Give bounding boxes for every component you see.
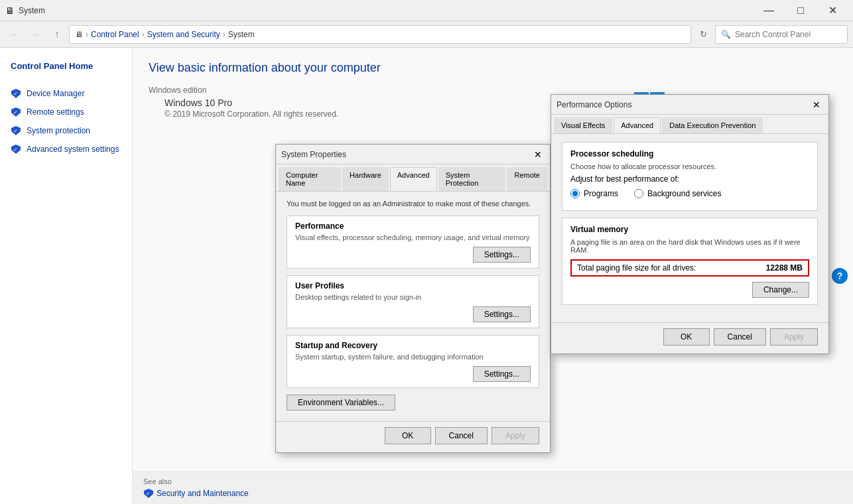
main-layout: Control Panel Home ✓ Device Manager ✓ Re… bbox=[0, 48, 853, 504]
user-profiles-settings-button[interactable]: Settings... bbox=[473, 306, 531, 322]
svg-text:✓: ✓ bbox=[13, 91, 18, 97]
admin-note: You must be logged on as an Administrato… bbox=[287, 200, 539, 208]
radio-background-services[interactable]: Background services bbox=[634, 189, 721, 198]
tab-advanced[interactable]: Advanced bbox=[390, 167, 437, 191]
perf-ok-button[interactable]: OK bbox=[663, 328, 710, 346]
sidebar-item-remote-settings[interactable]: ✓ Remote settings bbox=[0, 103, 132, 121]
radio-programs[interactable]: Programs bbox=[570, 189, 618, 198]
search-icon: 🔍 bbox=[721, 30, 731, 39]
system-icon: 🖥 bbox=[5, 5, 15, 16]
svg-text:✓: ✓ bbox=[13, 128, 18, 134]
radio-bg-services-input[interactable] bbox=[634, 189, 643, 198]
processor-scheduling-desc: Choose how to allocate processor resourc… bbox=[570, 162, 809, 170]
svg-text:✓: ✓ bbox=[13, 147, 18, 153]
perf-tab-bar: Visual Effects Advanced Data Execution P… bbox=[551, 115, 828, 134]
perf-close-button[interactable]: ✕ bbox=[810, 98, 823, 111]
user-profiles-title: User Profiles bbox=[295, 281, 531, 290]
paging-value: 12288 MB bbox=[766, 263, 803, 273]
refresh-button[interactable]: ↻ bbox=[694, 25, 712, 44]
perf-title-bar: Performance Options ✕ bbox=[551, 95, 828, 115]
radio-bg-services-label: Background services bbox=[647, 189, 721, 198]
back-button[interactable]: ← bbox=[5, 25, 24, 44]
address-bar: ← → ↑ 🖥 › Control Panel › System and Sec… bbox=[0, 21, 853, 48]
adjust-label: Adjust for best performance of: bbox=[570, 174, 809, 184]
breadcrumb-system-security[interactable]: System and Security bbox=[147, 30, 220, 39]
startup-recovery-section: Startup and Recovery System startup, sys… bbox=[287, 335, 539, 388]
sidebar-label-remote-settings: Remote settings bbox=[27, 107, 84, 117]
search-box[interactable]: 🔍 bbox=[715, 25, 848, 44]
sys-prop-tab-bar: Computer Name Hardware Advanced System P… bbox=[276, 164, 550, 192]
sys-prop-button-bar: OK Cancel Apply bbox=[276, 421, 550, 452]
paging-label: Total paging file size for all drives: bbox=[577, 263, 766, 273]
processor-scheduling-section: Processor scheduling Choose how to alloc… bbox=[562, 142, 818, 211]
content-area: View basic information about your comput… bbox=[133, 48, 853, 504]
change-paging-button[interactable]: Change... bbox=[752, 282, 809, 298]
performance-settings-button[interactable]: Settings... bbox=[473, 247, 531, 263]
virtual-memory-desc: A paging file is an area on the hard dis… bbox=[570, 238, 809, 254]
close-button[interactable]: ✕ bbox=[817, 0, 848, 21]
perf-apply-button[interactable]: Apply bbox=[770, 328, 818, 346]
tab-advanced-perf[interactable]: Advanced bbox=[614, 117, 661, 133]
sidebar: Control Panel Home ✓ Device Manager ✓ Re… bbox=[0, 48, 133, 504]
tab-visual-effects[interactable]: Visual Effects bbox=[554, 117, 612, 133]
sys-prop-cancel-button[interactable]: Cancel bbox=[435, 427, 488, 444]
tab-system-protection[interactable]: System Protection bbox=[438, 167, 506, 191]
forward-button[interactable]: → bbox=[27, 25, 45, 44]
startup-recovery-settings-button[interactable]: Settings... bbox=[473, 366, 531, 382]
search-input[interactable] bbox=[735, 30, 842, 39]
svg-text:✓: ✓ bbox=[146, 491, 151, 497]
perf-cancel-button[interactable]: Cancel bbox=[714, 328, 766, 346]
environment-variables-button[interactable]: Environment Variables... bbox=[287, 395, 395, 410]
svg-text:✓: ✓ bbox=[13, 109, 18, 115]
perf-dialog-title: Performance Options bbox=[557, 100, 810, 109]
system-properties-dialog: System Properties ✕ Computer Name Hardwa… bbox=[275, 144, 551, 453]
see-also-label: See also bbox=[143, 477, 842, 485]
startup-recovery-desc: System startup, system failure, and debu… bbox=[295, 353, 531, 361]
perf-button-bar: OK Cancel Apply bbox=[551, 322, 828, 353]
performance-options-dialog: Performance Options ✕ Visual Effects Adv… bbox=[551, 94, 829, 354]
shield-icon-advanced: ✓ bbox=[11, 144, 21, 155]
virtual-memory-title: Virtual memory bbox=[570, 225, 809, 234]
sys-prop-title: System Properties bbox=[281, 150, 531, 159]
paging-file-size-box: Total paging file size for all drives: 1… bbox=[570, 259, 809, 277]
performance-section: Performance Visual effects, processor sc… bbox=[287, 216, 539, 269]
radio-programs-label: Programs bbox=[584, 189, 618, 198]
shield-icon-protection: ✓ bbox=[11, 125, 21, 136]
shield-security-icon: ✓ bbox=[143, 488, 154, 499]
processor-scheduling-title: Processor scheduling bbox=[570, 149, 809, 158]
sidebar-item-advanced-settings[interactable]: ✓ Advanced system settings bbox=[0, 140, 132, 158]
startup-recovery-title: Startup and Recovery bbox=[295, 341, 531, 350]
maximize-button[interactable]: □ bbox=[785, 0, 816, 21]
shield-icon-device: ✓ bbox=[11, 88, 21, 99]
sys-prop-title-bar: System Properties ✕ bbox=[276, 145, 550, 164]
radio-programs-input[interactable] bbox=[570, 189, 580, 198]
tab-hardware[interactable]: Hardware bbox=[342, 167, 389, 191]
tab-remote[interactable]: Remote bbox=[507, 167, 547, 191]
security-maintenance-text: Security and Maintenance bbox=[157, 489, 249, 498]
window-title: System bbox=[19, 6, 754, 15]
sidebar-item-system-protection[interactable]: ✓ System protection bbox=[0, 121, 132, 140]
breadcrumb-control-panel[interactable]: Control Panel bbox=[91, 30, 139, 39]
sys-prop-close-button[interactable]: ✕ bbox=[531, 148, 545, 161]
sys-prop-apply-button[interactable]: Apply bbox=[492, 427, 539, 444]
help-button[interactable]: ? bbox=[832, 268, 848, 284]
user-profiles-section: User Profiles Desktop settings related t… bbox=[287, 275, 539, 328]
bottom-bar: See also ✓ Security and Maintenance bbox=[133, 472, 853, 504]
address-path[interactable]: 🖥 › Control Panel › System and Security … bbox=[69, 25, 691, 44]
breadcrumb-icon: 🖥 bbox=[75, 30, 83, 39]
performance-title: Performance bbox=[295, 221, 531, 231]
up-button[interactable]: ↑ bbox=[48, 25, 66, 44]
security-maintenance-link[interactable]: ✓ Security and Maintenance bbox=[143, 488, 842, 499]
title-bar: 🖥 System — □ ✕ bbox=[0, 0, 853, 21]
minimize-button[interactable]: — bbox=[754, 0, 784, 21]
window-controls: — □ ✕ bbox=[754, 0, 848, 21]
sidebar-home[interactable]: Control Panel Home bbox=[0, 56, 132, 76]
sys-prop-ok-button[interactable]: OK bbox=[385, 427, 431, 444]
tab-computer-name[interactable]: Computer Name bbox=[279, 167, 341, 191]
tab-dep[interactable]: Data Execution Prevention bbox=[662, 117, 763, 133]
sidebar-item-device-manager[interactable]: ✓ Device Manager bbox=[0, 84, 132, 103]
user-profiles-desc: Desktop settings related to your sign-in bbox=[295, 293, 531, 301]
breadcrumb-system: System bbox=[228, 30, 255, 39]
sidebar-label-advanced-settings: Advanced system settings bbox=[27, 145, 119, 154]
shield-icon-remote: ✓ bbox=[11, 107, 21, 117]
